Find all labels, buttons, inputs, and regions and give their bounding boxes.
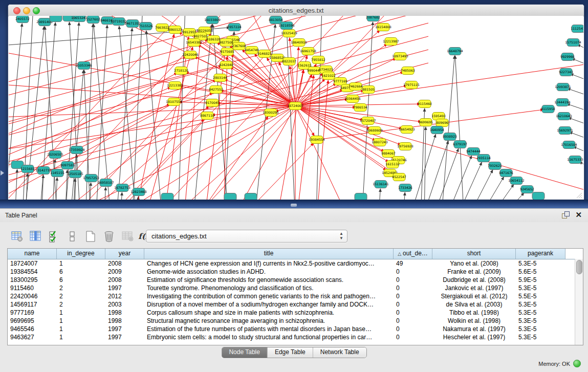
collapsed-panel-arrow[interactable]: [1, 170, 4, 176]
table-row[interactable]: 2242004622012Investigating the contribut…: [8, 292, 583, 300]
hide-rows-icon[interactable]: [66, 230, 79, 243]
graph-node-yellow[interactable]: 9827508: [219, 39, 233, 47]
graph-node-teal[interactable]: 15751074: [565, 39, 581, 47]
graph-node-teal[interactable]: 8115958: [541, 105, 555, 113]
graph-node-teal[interactable]: 1215681: [20, 165, 35, 173]
graph-node-yellow[interactable]: 10973493: [392, 53, 408, 60]
graph-node-teal[interactable]: 9929966: [560, 53, 575, 61]
network-graph[interactable]: 1872400776638228860123891295518226058982…: [9, 16, 583, 200]
new-table-icon[interactable]: [84, 230, 97, 243]
graph-node-yellow[interactable]: 4522547: [392, 173, 406, 181]
graph-node-teal[interactable]: 2087682: [366, 16, 380, 21]
window-titlebar[interactable]: citations_edges.txt: [8, 5, 584, 16]
table-row[interactable]: 1872400712008Changes of HCN gene express…: [8, 259, 583, 268]
graph-node-teal[interactable]: 17359924: [69, 146, 85, 154]
graph-node-yellow[interactable]: 8186328: [206, 36, 221, 43]
graph-node-yellow[interactable]: 10688609: [366, 127, 383, 135]
graph-node-yellow[interactable]: 18807243: [372, 139, 388, 146]
tab-node-table[interactable]: Node Table: [222, 347, 268, 358]
graph-node-teal[interactable]: 1733426: [398, 184, 412, 192]
select-all-icon[interactable]: [47, 230, 60, 243]
table-row[interactable]: 1830029562008Estimation of significance …: [8, 276, 583, 284]
graph-node-teal[interactable]: 16033809: [204, 16, 221, 24]
resize-grip-icon[interactable]: [576, 192, 582, 199]
graph-node-teal[interactable]: [355, 193, 367, 200]
graph-node-yellow[interactable]: 17975115: [403, 81, 420, 89]
graph-node-teal[interactable]: [161, 193, 173, 200]
graph-node-yellow[interactable]: 8454749: [245, 47, 259, 54]
graph-node-teal[interactable]: 11675333: [567, 156, 583, 164]
graph-node-teal[interactable]: 9227343: [559, 69, 573, 76]
vertical-scrollbar[interactable]: [575, 259, 583, 345]
graph-node-teal[interactable]: 21053346: [76, 62, 92, 70]
graph-node-yellow[interactable]: 1615132: [385, 161, 400, 168]
float-window-icon[interactable]: [562, 211, 570, 219]
graph-node-teal[interactable]: 17957253: [83, 174, 99, 182]
graph-node-teal[interactable]: 7932621: [488, 162, 502, 170]
graph-node-teal[interactable]: 10653247: [71, 16, 88, 22]
graph-node-teal[interactable]: 12444194: [554, 99, 571, 106]
scrollbar-thumb[interactable]: [576, 260, 582, 274]
graph-node-teal[interactable]: 16958107: [98, 179, 114, 187]
graph-node-teal[interactable]: 9245652: [520, 186, 534, 193]
graph-node-teal[interactable]: 16648794: [447, 48, 463, 55]
graph-node-teal[interactable]: 15692971: [557, 127, 573, 135]
graph-node-yellow[interactable]: 19756928: [397, 143, 413, 150]
column-header-year[interactable]: year: [105, 249, 144, 259]
graph-node-teal[interactable]: [50, 16, 62, 22]
graph-node-yellow[interactable]: 9170045: [205, 99, 220, 107]
graph-node-teal[interactable]: [532, 192, 545, 200]
graph-node-yellow[interactable]: 15720407: [360, 117, 376, 125]
graph-node-teal[interactable]: 15136141: [373, 181, 389, 188]
graph-node-yellow[interactable]: 881505: [362, 86, 375, 94]
column-header-pagerank[interactable]: pagerank: [516, 249, 565, 259]
graph-node-yellow[interactable]: 12213987: [383, 38, 399, 46]
graph-node-yellow[interactable]: 7986534: [353, 104, 367, 112]
table-row[interactable]: 946554611997Estimation of the future num…: [8, 325, 583, 333]
graph-node-yellow[interactable]: 2367608: [232, 42, 246, 50]
graph-node-teal[interactable]: 7857224: [227, 24, 242, 31]
table-row[interactable]: 946362711997Embryonic stem cells: a mode…: [8, 333, 583, 341]
graph-node-yellow[interactable]: 2803144: [213, 74, 227, 82]
table-selector-dropdown[interactable]: citations_edges.txt ▲▼: [146, 230, 347, 243]
graph-node-teal[interactable]: 1527602: [86, 16, 100, 24]
graph-node-yellow[interactable]: 7955812: [311, 56, 325, 64]
graph-node-teal[interactable]: 6379197: [453, 141, 467, 148]
graph-node-teal[interactable]: 19218596: [278, 22, 295, 30]
graph-node-teal[interactable]: [224, 193, 236, 200]
graph-node-teal[interactable]: 1112543: [571, 25, 583, 33]
graph-node-yellow[interactable]: 16654923: [399, 126, 415, 134]
column-header-out-de-[interactable]: △out_de…: [394, 249, 432, 259]
network-canvas[interactable]: 1872400776638228860123891295518226058982…: [9, 16, 583, 200]
graph-node-yellow[interactable]: 16961758: [300, 48, 316, 55]
graph-node-yellow[interactable]: 9884067: [381, 150, 396, 158]
table-row[interactable]: 911546021997Tourette syndrome. Phenomeno…: [8, 284, 583, 292]
graph-node-yellow[interactable]: 18107554: [166, 98, 182, 106]
graph-node-teal[interactable]: 2935114: [476, 155, 491, 162]
graph-node-teal[interactable]: 1145155: [50, 169, 64, 177]
graph-node-yellow[interactable]: 1621022: [321, 72, 336, 80]
graph-node-yellow[interactable]: 9115460: [418, 100, 432, 108]
close-icon[interactable]: ✕: [575, 211, 582, 219]
graph-node-teal[interactable]: 7515526: [139, 23, 153, 30]
graph-node-yellow[interactable]: 8860123: [168, 26, 182, 34]
delete-table-icon[interactable]: [102, 230, 116, 243]
graph-node-yellow[interactable]: 18325419: [281, 30, 297, 37]
graph-node-yellow[interactable]: 12213383: [167, 82, 183, 90]
graph-node-yellow[interactable]: 7462664: [349, 83, 363, 91]
graph-node-yellow[interactable]: 16154808: [375, 24, 391, 31]
graph-node-yellow[interactable]: 9699695: [419, 119, 433, 126]
graph-node-yellow[interactable]: 809696: [436, 119, 448, 127]
graph-node-yellow[interactable]: 22420046: [182, 51, 199, 59]
column-header-short[interactable]: short: [432, 249, 516, 259]
tab-network-table[interactable]: Network Table: [313, 347, 366, 358]
table-settings-icon[interactable]: [10, 230, 24, 243]
graph-node-teal[interactable]: 8471676: [499, 169, 513, 177]
graph-node-yellow[interactable]: 8822037: [282, 58, 296, 65]
graph-node-yellow[interactable]: 8867110: [200, 112, 214, 120]
graph-node-yellow[interactable]: 7485063: [401, 67, 415, 75]
graph-node-yellow[interactable]: 18724007: [287, 102, 303, 110]
delete-column-icon[interactable]: [121, 230, 134, 243]
graph-node-teal[interactable]: 9097583: [60, 162, 75, 169]
graph-node-yellow[interactable]: 18640910: [291, 39, 307, 47]
